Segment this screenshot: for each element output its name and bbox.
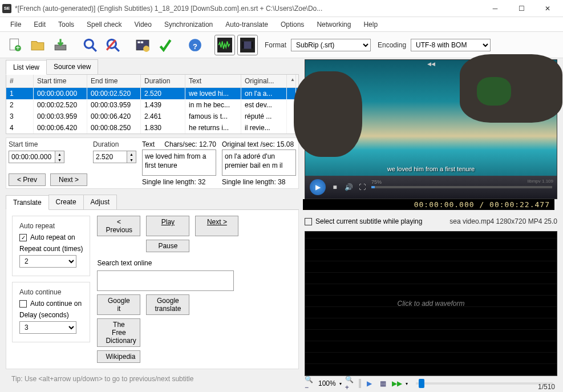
waveform-area[interactable]: Click to add waveform <box>305 231 557 376</box>
encoding-select[interactable]: UTF-8 with BOM <box>411 39 491 51</box>
menu-video[interactable]: Video <box>128 19 157 30</box>
find-icon[interactable] <box>80 35 100 55</box>
menu-file[interactable]: File <box>5 19 27 30</box>
autocontinue-checkbox[interactable]: Auto continue on <box>19 300 83 308</box>
trans-previous-button[interactable]: < Previous <box>97 216 140 236</box>
table-row[interactable]: 200:00:02.52000:00:03.9591.439in m he be… <box>6 99 298 111</box>
col-orig[interactable]: Original... <box>241 75 287 87</box>
wave-forward-icon[interactable]: ▶▶ <box>392 378 402 389</box>
zoom-dropdown-icon[interactable]: ▾ <box>339 381 342 386</box>
save-icon[interactable] <box>50 35 71 55</box>
duration-input[interactable]: ▲▼ <box>93 151 136 163</box>
spellcheck-icon[interactable] <box>155 35 176 55</box>
video-stop-icon[interactable]: ■ <box>330 183 339 191</box>
repeat-count-select[interactable]: 2 <box>19 255 76 268</box>
translate-tabs: Translate Create Adjust <box>6 195 299 210</box>
menu-networking[interactable]: Networking <box>311 19 357 30</box>
svg-rect-11 <box>141 41 143 43</box>
svg-rect-18 <box>242 41 244 49</box>
tab-sourceview[interactable]: Source view <box>46 59 98 74</box>
orig-text-input[interactable]: on l'a adoré d'un premier bail en m il <box>222 149 296 176</box>
col-end[interactable]: End time <box>87 75 141 87</box>
trans-next-button[interactable]: Next > <box>195 216 238 236</box>
help-icon[interactable]: ? <box>185 35 205 55</box>
waveform-toggle-icon[interactable] <box>214 35 235 55</box>
video-volume-icon[interactable]: 🔊 <box>344 183 353 191</box>
translate-panel: Auto repeat ✓Auto repeat on Repeat count… <box>6 210 299 369</box>
orig-sll: Single line length: 38 <box>222 178 296 186</box>
table-row[interactable]: 300:00:03.95900:00:06.4202.461famous is … <box>6 111 298 122</box>
video-progress[interactable]: 75% <box>371 186 552 188</box>
start-time-input[interactable]: ▲▼ <box>9 151 87 163</box>
status-counter: 1/510 <box>538 383 555 391</box>
seek-top-icon[interactable]: ◀◀ <box>427 61 435 67</box>
menu-autotranslate[interactable]: Auto-translate <box>220 19 274 30</box>
video-subtitle-overlay: we loved him from a first tenure <box>305 165 557 172</box>
menu-spellcheck[interactable]: Spell check <box>81 19 127 30</box>
col-text[interactable]: Text <box>185 75 241 87</box>
table-row[interactable]: 100:00:00.00000:00:02.5202.520we loved h… <box>6 88 298 99</box>
autocontinue-group: Auto continue Auto continue on Delay (se… <box>12 282 90 342</box>
menu-edit[interactable]: Edit <box>28 19 51 30</box>
menubar: File Edit Tools Spell check Video Synchr… <box>0 17 563 32</box>
search-input[interactable] <box>97 270 234 291</box>
video-controls: ▶ ■ 🔊 ⛶ 75% libmpv 1.109 <box>305 176 557 199</box>
app-icon: SE <box>2 4 11 13</box>
menu-help[interactable]: Help <box>358 19 383 30</box>
close-button[interactable]: ✕ <box>534 0 561 17</box>
next-button[interactable]: Next > <box>50 173 87 186</box>
libmpv-label: libmpv 1.109 <box>528 179 553 184</box>
gtranslate-button[interactable]: Google translate <box>146 294 189 315</box>
waveform-toolbar: 🔍− 100% ▾ 🔍+ ▶ ▦ ▶▶ ▾ <box>305 376 557 391</box>
menu-sync[interactable]: Synchronization <box>159 19 218 30</box>
trans-play-button[interactable]: Play <box>146 216 189 236</box>
visual-sync-icon[interactable] <box>132 35 153 55</box>
col-dur[interactable]: Duration <box>141 75 185 87</box>
google-button[interactable]: Google it <box>97 294 140 315</box>
zoom-level: 100% <box>318 379 336 387</box>
zoom-out-icon[interactable]: 🔍− <box>305 378 315 389</box>
video-time: 00:00:00.000 / 00:00:22.477 <box>303 199 554 210</box>
open-file-icon[interactable] <box>27 35 48 55</box>
waveform-position-slider[interactable] <box>416 382 553 385</box>
svg-line-7 <box>115 47 119 51</box>
encoding-label: Encoding <box>378 41 406 49</box>
format-select[interactable]: SubRip (.srt) <box>291 39 371 51</box>
col-num[interactable]: # <box>6 75 34 87</box>
delay-select[interactable]: 3 <box>19 321 76 334</box>
video-toggle-icon[interactable] <box>237 35 258 55</box>
select-while-playing-checkbox[interactable]: Select current subtitle while playing <box>305 217 422 225</box>
trans-pause-button[interactable]: Pause <box>146 240 189 252</box>
freedict-button[interactable]: The Free Dictionary <box>97 318 140 347</box>
new-file-icon[interactable]: + <box>5 35 25 55</box>
video-player[interactable]: we loved him from a first tenure ◀◀ ▶ ■ … <box>305 59 557 199</box>
autorepeat-group: Auto repeat ✓Auto repeat on Repeat count… <box>12 216 90 276</box>
tab-translate[interactable]: Translate <box>6 195 49 210</box>
wave-dropdown-icon[interactable]: ▾ <box>406 381 408 386</box>
scroll-up-icon[interactable]: ▲ <box>287 75 296 87</box>
tab-listview[interactable]: List view <box>6 60 47 75</box>
grid-header: # Start time End time Duration Text Orig… <box>6 75 298 88</box>
svg-line-5 <box>92 47 96 51</box>
edit-area: Start time ▲▼ < Prev Next > Duration ▲▼ … <box>6 138 299 189</box>
video-play-button[interactable]: ▶ <box>310 179 326 195</box>
svg-point-12 <box>143 46 149 52</box>
col-start[interactable]: Start time <box>34 75 87 87</box>
wikipedia-button[interactable]: Wikipedia <box>97 350 140 363</box>
menu-tools[interactable]: Tools <box>52 19 80 30</box>
table-row[interactable]: 400:00:06.42000:00:08.2501.830he returns… <box>6 122 298 134</box>
replace-icon[interactable] <box>103 35 123 55</box>
text-input[interactable]: we loved him from a first tenure <box>142 149 216 176</box>
tab-create[interactable]: Create <box>48 195 84 209</box>
wave-play-icon[interactable]: ▶ <box>364 378 375 389</box>
video-fullscreen-icon[interactable]: ⛶ <box>358 183 367 191</box>
zoom-in-icon[interactable]: 🔍+ <box>345 378 355 389</box>
menu-options[interactable]: Options <box>275 19 310 30</box>
delay-label: Delay (seconds) <box>19 311 83 319</box>
minimize-button[interactable]: ─ <box>482 0 508 17</box>
autorepeat-checkbox[interactable]: ✓Auto repeat on <box>19 233 83 241</box>
maximize-button[interactable]: ☐ <box>508 0 534 17</box>
wave-grid-icon[interactable]: ▦ <box>378 378 388 389</box>
prev-button[interactable]: < Prev <box>9 173 46 186</box>
tab-adjust[interactable]: Adjust <box>83 195 117 209</box>
